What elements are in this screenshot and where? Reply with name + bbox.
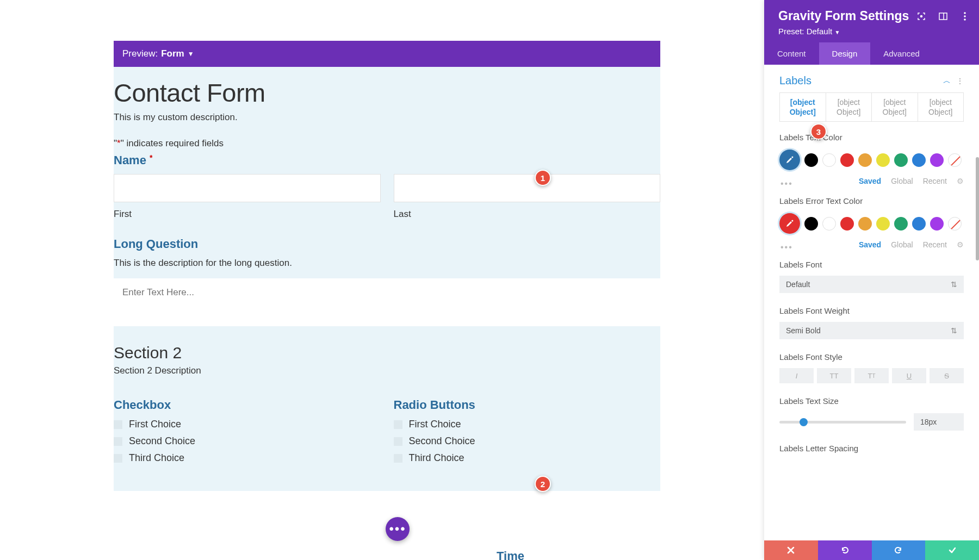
device-tab-4[interactable]: [object Object] (918, 93, 964, 121)
checkbox-item[interactable]: First Choice (114, 419, 381, 430)
redo-button[interactable] (872, 540, 926, 560)
color-swatch-yellow[interactable] (876, 217, 890, 231)
labels-letter-spacing-label: Labels Letter Spacing (764, 440, 979, 456)
color-swatch-none[interactable] (948, 217, 962, 231)
color-swatch-orange[interactable] (858, 153, 872, 167)
kebab-menu-icon[interactable] (961, 12, 969, 21)
style-strike[interactable]: S (930, 368, 964, 383)
more-swatches[interactable]: ••• (764, 242, 793, 252)
color-swatch-orange[interactable] (858, 217, 872, 231)
chevron-up-icon[interactable]: ︿ (943, 76, 951, 86)
palette-saved[interactable]: Saved (859, 240, 881, 249)
color-swatch-green[interactable] (894, 153, 908, 167)
radio-item[interactable]: Second Choice (394, 435, 661, 447)
svg-point-3 (964, 12, 966, 14)
tab-design[interactable]: Design (819, 42, 871, 65)
callout-badge-1: 1 (535, 170, 551, 186)
cancel-button[interactable] (764, 540, 818, 560)
radio-icon (394, 454, 402, 463)
last-name-input[interactable] (394, 174, 661, 202)
color-swatch-blue[interactable] (912, 217, 926, 231)
color-swatch-yellow[interactable] (876, 153, 890, 167)
form-title: Contact Form (114, 78, 660, 112)
kebab-menu-icon[interactable]: ⋮ (956, 77, 964, 85)
panel-title: Gravity Form Settings (778, 9, 909, 23)
select-caret-icon: ⇅ (951, 280, 957, 289)
more-swatches[interactable]: ••• (764, 179, 793, 189)
style-uppercase[interactable]: TT (817, 368, 851, 383)
scrollbar-thumb[interactable] (976, 157, 979, 260)
tab-content[interactable]: Content (764, 42, 819, 65)
palette-global[interactable]: Global (891, 177, 913, 185)
eyedropper-button[interactable] (779, 150, 800, 170)
checkbox-icon (114, 454, 122, 463)
settings-tabs: Content Design Advanced (764, 42, 979, 65)
save-button[interactable] (925, 540, 979, 560)
color-swatch-red[interactable] (840, 217, 854, 231)
form-preview: Contact Form This is my custom descripti… (114, 67, 660, 491)
labels-error-text-color-label: Labels Error Text Color (764, 193, 979, 209)
preview-label: Preview: (122, 48, 158, 59)
tab-advanced[interactable]: Advanced (870, 42, 933, 65)
color-swatch-black[interactable] (804, 217, 818, 231)
gear-icon[interactable]: ⚙ (957, 177, 964, 185)
device-tab-1[interactable]: [object Object] (780, 93, 826, 121)
size-value[interactable]: 18px (914, 413, 964, 431)
svg-point-4 (964, 15, 966, 17)
long-question-desc: This is the description for the long que… (114, 258, 660, 269)
color-swatch-purple[interactable] (930, 153, 944, 167)
labels-font-weight-label: Labels Font Weight (764, 303, 979, 319)
radio-item[interactable]: Third Choice (394, 452, 661, 464)
section-labels[interactable]: Labels (779, 74, 811, 87)
color-swatch-red[interactable] (840, 153, 854, 167)
palette-recent[interactable]: Recent (923, 240, 947, 249)
chevron-down-icon: ▼ (834, 29, 840, 35)
style-italic[interactable]: I (779, 368, 814, 383)
device-tab-3[interactable]: [object Object] (872, 93, 918, 121)
slider-thumb[interactable] (800, 418, 808, 426)
font-weight-select[interactable]: Semi Bold⇅ (779, 322, 964, 339)
checkbox-item[interactable]: Third Choice (114, 452, 381, 464)
radio-item[interactable]: First Choice (394, 419, 661, 430)
labels-font-style-label: Labels Font Style (764, 349, 979, 365)
required-note: "*" indicates required fields (114, 138, 660, 149)
color-swatch-purple[interactable] (930, 217, 944, 231)
labels-text-color-label: Labels Text Color (764, 129, 979, 145)
style-underline[interactable]: U (892, 368, 926, 383)
style-smallcaps[interactable]: TT (854, 368, 889, 383)
palette-global[interactable]: Global (891, 240, 913, 249)
device-tab-2[interactable]: [object Object] (826, 93, 872, 121)
focus-icon[interactable] (917, 12, 926, 21)
panel-body[interactable]: Labels ︿ ⋮ [object Object] [object Objec… (764, 65, 979, 540)
svg-point-5 (964, 18, 966, 21)
settings-panel: Gravity Form Settings Preset: Default ▼ … (764, 0, 979, 560)
color-swatch-green[interactable] (894, 217, 908, 231)
callout-badge-3: 3 (810, 123, 827, 140)
labels-font-label: Labels Font (764, 257, 979, 272)
size-slider[interactable] (779, 421, 906, 424)
color-swatch-black[interactable] (804, 153, 818, 167)
color-swatch-white[interactable] (822, 153, 836, 167)
color-swatch-white[interactable] (822, 217, 836, 231)
long-question-textarea[interactable] (114, 278, 660, 326)
time-label: Time (497, 549, 524, 560)
color-swatch-none[interactable] (948, 153, 962, 167)
palette-saved[interactable]: Saved (859, 177, 881, 185)
fab-more[interactable]: ••• (386, 517, 410, 541)
preview-dropdown[interactable]: Form (161, 48, 184, 59)
palette-recent[interactable]: Recent (923, 177, 947, 185)
gear-icon[interactable]: ⚙ (957, 240, 964, 249)
preset-selector[interactable]: Preset: Default ▼ (778, 27, 969, 36)
long-question-label: Long Question (114, 237, 660, 251)
font-select[interactable]: Default⇅ (779, 276, 964, 293)
color-swatch-blue[interactable] (912, 153, 926, 167)
checkbox-item[interactable]: Second Choice (114, 435, 381, 447)
eyedropper-button[interactable] (779, 213, 800, 234)
panel-layout-icon[interactable] (939, 12, 947, 21)
radio-icon (394, 437, 402, 446)
first-name-input[interactable] (114, 174, 381, 202)
section-2-desc: Section 2 Description (114, 365, 660, 376)
undo-button[interactable] (818, 540, 872, 560)
chevron-down-icon[interactable]: ▼ (188, 50, 194, 58)
radio-label: Radio Buttons (394, 398, 661, 412)
